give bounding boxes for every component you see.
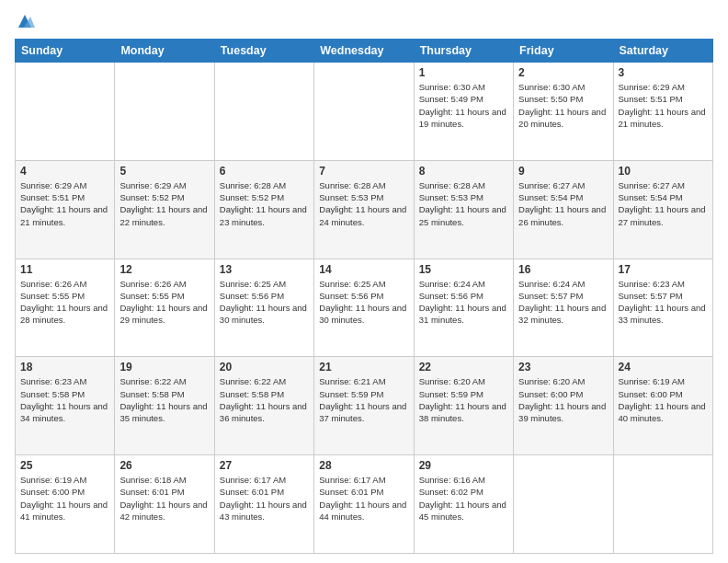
day-info: Sunrise: 6:26 AMSunset: 5:55 PMDaylight:… (20, 278, 109, 327)
day-cell (115, 63, 214, 161)
day-number: 1 (419, 66, 508, 79)
day-info: Sunrise: 6:28 AMSunset: 5:52 PMDaylight:… (220, 179, 309, 228)
day-info: Sunrise: 6:25 AMSunset: 5:56 PMDaylight:… (319, 278, 408, 327)
day-info: Sunrise: 6:20 AMSunset: 5:59 PMDaylight:… (419, 375, 508, 424)
day-info: Sunrise: 6:24 AMSunset: 5:57 PMDaylight:… (518, 278, 608, 327)
day-number: 24 (619, 361, 708, 373)
day-cell: 5Sunrise: 6:29 AMSunset: 5:52 PMDaylight… (115, 160, 214, 259)
day-cell: 28Sunrise: 6:17 AMSunset: 6:01 PMDayligh… (314, 455, 414, 554)
day-number: 19 (119, 361, 209, 373)
day-number: 18 (20, 361, 109, 373)
day-info: Sunrise: 6:19 AMSunset: 6:00 PMDaylight:… (20, 474, 109, 523)
day-number: 12 (119, 263, 209, 276)
day-number: 23 (518, 361, 608, 373)
day-cell: 27Sunrise: 6:17 AMSunset: 6:01 PMDayligh… (214, 455, 313, 554)
day-cell (314, 63, 414, 161)
day-number: 9 (518, 165, 608, 178)
week-row-5: 25Sunrise: 6:19 AMSunset: 6:00 PMDayligh… (16, 455, 713, 554)
day-info: Sunrise: 6:21 AMSunset: 5:59 PMDaylight:… (319, 375, 408, 424)
day-info: Sunrise: 6:22 AMSunset: 5:58 PMDaylight:… (220, 375, 309, 424)
day-number: 29 (419, 459, 508, 472)
day-info: Sunrise: 6:28 AMSunset: 5:53 PMDaylight:… (319, 179, 408, 228)
day-cell: 14Sunrise: 6:25 AMSunset: 5:56 PMDayligh… (314, 259, 414, 357)
day-info: Sunrise: 6:30 AMSunset: 5:50 PMDaylight:… (518, 81, 608, 130)
day-info: Sunrise: 6:28 AMSunset: 5:53 PMDaylight:… (419, 179, 508, 228)
day-number: 8 (419, 165, 508, 178)
day-number: 11 (20, 263, 109, 276)
day-number: 20 (220, 361, 309, 373)
weekday-wednesday: Wednesday (314, 40, 414, 63)
day-info: Sunrise: 6:18 AMSunset: 6:01 PMDaylight:… (119, 474, 209, 523)
weekday-monday: Monday (115, 40, 214, 63)
day-info: Sunrise: 6:26 AMSunset: 5:55 PMDaylight:… (119, 278, 209, 327)
day-number: 22 (419, 361, 508, 373)
day-info: Sunrise: 6:29 AMSunset: 5:51 PMDaylight:… (619, 81, 708, 130)
day-cell: 6Sunrise: 6:28 AMSunset: 5:52 PMDaylight… (214, 160, 313, 259)
day-cell (16, 63, 115, 161)
day-info: Sunrise: 6:29 AMSunset: 5:52 PMDaylight:… (119, 179, 209, 228)
day-info: Sunrise: 6:24 AMSunset: 5:56 PMDaylight:… (419, 278, 508, 327)
day-info: Sunrise: 6:17 AMSunset: 6:01 PMDaylight:… (220, 474, 309, 523)
day-cell: 10Sunrise: 6:27 AMSunset: 5:54 PMDayligh… (613, 160, 712, 259)
day-cell: 23Sunrise: 6:20 AMSunset: 6:00 PMDayligh… (514, 357, 613, 455)
header (15, 11, 713, 31)
day-cell: 25Sunrise: 6:19 AMSunset: 6:00 PMDayligh… (16, 455, 115, 554)
day-info: Sunrise: 6:23 AMSunset: 5:57 PMDaylight:… (619, 278, 708, 327)
day-cell: 7Sunrise: 6:28 AMSunset: 5:53 PMDaylight… (314, 160, 414, 259)
day-cell: 29Sunrise: 6:16 AMSunset: 6:02 PMDayligh… (414, 455, 513, 554)
calendar-table: SundayMondayTuesdayWednesdayThursdayFrid… (15, 39, 713, 554)
day-cell: 22Sunrise: 6:20 AMSunset: 5:59 PMDayligh… (414, 357, 513, 455)
weekday-sunday: Sunday (16, 40, 115, 63)
day-info: Sunrise: 6:29 AMSunset: 5:51 PMDaylight:… (20, 179, 109, 228)
day-info: Sunrise: 6:27 AMSunset: 5:54 PMDaylight:… (518, 179, 608, 228)
day-number: 26 (119, 459, 209, 472)
day-number: 17 (619, 263, 708, 276)
day-cell: 21Sunrise: 6:21 AMSunset: 5:59 PMDayligh… (314, 357, 414, 455)
day-cell: 11Sunrise: 6:26 AMSunset: 5:55 PMDayligh… (16, 259, 115, 357)
day-cell: 26Sunrise: 6:18 AMSunset: 6:01 PMDayligh… (115, 455, 214, 554)
day-number: 6 (220, 165, 309, 178)
weekday-saturday: Saturday (613, 40, 712, 63)
day-info: Sunrise: 6:17 AMSunset: 6:01 PMDaylight:… (319, 474, 408, 523)
day-cell (214, 63, 313, 161)
day-number: 28 (319, 459, 408, 472)
day-info: Sunrise: 6:20 AMSunset: 6:00 PMDaylight:… (518, 375, 608, 424)
logo (15, 11, 39, 31)
day-info: Sunrise: 6:25 AMSunset: 5:56 PMDaylight:… (220, 278, 309, 327)
week-row-3: 11Sunrise: 6:26 AMSunset: 5:55 PMDayligh… (16, 259, 713, 357)
day-cell: 8Sunrise: 6:28 AMSunset: 5:53 PMDaylight… (414, 160, 513, 259)
logo-icon (15, 11, 35, 31)
day-number: 3 (619, 66, 708, 79)
day-cell: 20Sunrise: 6:22 AMSunset: 5:58 PMDayligh… (214, 357, 313, 455)
day-number: 5 (119, 165, 209, 178)
day-cell: 9Sunrise: 6:27 AMSunset: 5:54 PMDaylight… (514, 160, 613, 259)
weekday-header-row: SundayMondayTuesdayWednesdayThursdayFrid… (16, 40, 713, 63)
day-cell: 2Sunrise: 6:30 AMSunset: 5:50 PMDaylight… (514, 63, 613, 161)
day-info: Sunrise: 6:22 AMSunset: 5:58 PMDaylight:… (119, 375, 209, 424)
day-number: 16 (518, 263, 608, 276)
day-info: Sunrise: 6:16 AMSunset: 6:02 PMDaylight:… (419, 474, 508, 523)
weekday-thursday: Thursday (414, 40, 513, 63)
day-cell: 12Sunrise: 6:26 AMSunset: 5:55 PMDayligh… (115, 259, 214, 357)
day-number: 2 (518, 66, 608, 79)
day-cell: 15Sunrise: 6:24 AMSunset: 5:56 PMDayligh… (414, 259, 513, 357)
day-number: 7 (319, 165, 408, 178)
day-cell: 3Sunrise: 6:29 AMSunset: 5:51 PMDaylight… (613, 63, 712, 161)
weekday-tuesday: Tuesday (214, 40, 313, 63)
day-cell: 13Sunrise: 6:25 AMSunset: 5:56 PMDayligh… (214, 259, 313, 357)
day-info: Sunrise: 6:19 AMSunset: 6:00 PMDaylight:… (619, 375, 708, 424)
day-cell: 17Sunrise: 6:23 AMSunset: 5:57 PMDayligh… (613, 259, 712, 357)
day-info: Sunrise: 6:23 AMSunset: 5:58 PMDaylight:… (20, 375, 109, 424)
day-number: 14 (319, 263, 408, 276)
day-cell (613, 455, 712, 554)
day-number: 27 (220, 459, 309, 472)
day-cell: 19Sunrise: 6:22 AMSunset: 5:58 PMDayligh… (115, 357, 214, 455)
day-number: 10 (619, 165, 708, 178)
page: SundayMondayTuesdayWednesdayThursdayFrid… (0, 0, 728, 563)
week-row-1: 1Sunrise: 6:30 AMSunset: 5:49 PMDaylight… (16, 63, 713, 161)
week-row-2: 4Sunrise: 6:29 AMSunset: 5:51 PMDaylight… (16, 160, 713, 259)
weekday-friday: Friday (514, 40, 613, 63)
day-number: 4 (20, 165, 109, 178)
week-row-4: 18Sunrise: 6:23 AMSunset: 5:58 PMDayligh… (16, 357, 713, 455)
day-number: 13 (220, 263, 309, 276)
